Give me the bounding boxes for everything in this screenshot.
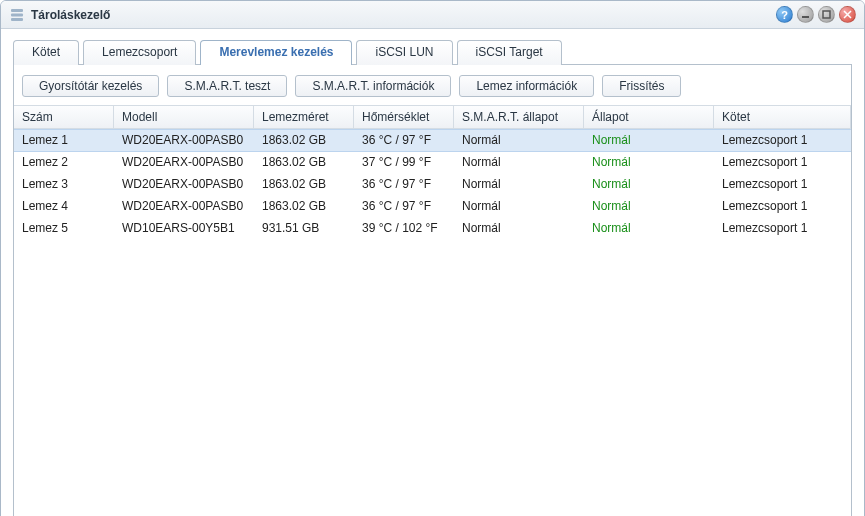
cell-num: Lemez 3 [14,174,114,195]
cell-volume: Lemezcsoport 1 [714,152,851,173]
col-header-smart[interactable]: S.M.A.R.T. állapot [454,106,584,128]
col-header-model[interactable]: Modell [114,106,254,128]
svg-rect-2 [11,18,23,21]
help-button[interactable]: ? [776,6,793,23]
toolbar: Gyorsítótár kezelés S.M.A.R.T. teszt S.M… [14,65,851,105]
table-row[interactable]: Lemez 5WD10EARS-00Y5B1931.51 GB39 °C / 1… [14,218,851,240]
smart-info-button[interactable]: S.M.A.R.T. információk [295,75,451,97]
cell-model: WD10EARS-00Y5B1 [114,218,254,239]
maximize-button[interactable] [818,6,835,23]
col-header-num[interactable]: Szám [14,106,114,128]
col-header-size[interactable]: Lemezméret [254,106,354,128]
cell-model: WD20EARX-00PASB0 [114,130,254,151]
col-header-volume[interactable]: Kötet [714,106,851,128]
svg-rect-3 [802,16,809,18]
cell-smart: Normál [454,174,584,195]
cell-temp: 36 °C / 97 °F [354,196,454,217]
cell-size: 1863.02 GB [254,152,354,173]
cell-size: 931.51 GB [254,218,354,239]
table-row[interactable]: Lemez 3WD20EARX-00PASB01863.02 GB36 °C /… [14,174,851,196]
cell-smart: Normál [454,130,584,151]
titlebar[interactable]: Tároláskezelő ? [1,1,864,29]
cell-temp: 37 °C / 99 °F [354,152,454,173]
cell-volume: Lemezcsoport 1 [714,130,851,151]
cell-status: Normál [584,196,714,217]
cache-management-button[interactable]: Gyorsítótár kezelés [22,75,159,97]
window-body: KötetLemezcsoportMerevlemez kezelésiSCSI… [1,29,864,516]
disk-info-button[interactable]: Lemez információk [459,75,594,97]
tab-panel: Gyorsítótár kezelés S.M.A.R.T. teszt S.M… [13,64,852,516]
cell-num: Lemez 5 [14,218,114,239]
smart-test-button[interactable]: S.M.A.R.T. teszt [167,75,287,97]
cell-volume: Lemezcsoport 1 [714,196,851,217]
refresh-button[interactable]: Frissítés [602,75,681,97]
tab-iscsi-target[interactable]: iSCSI Target [457,40,562,65]
minimize-button[interactable] [797,6,814,23]
cell-size: 1863.02 GB [254,174,354,195]
grid-header: Szám Modell Lemezméret Hőmérséklet S.M.A… [14,106,851,129]
col-header-status[interactable]: Állapot [584,106,714,128]
cell-size: 1863.02 GB [254,196,354,217]
cell-num: Lemez 4 [14,196,114,217]
window-title: Tároláskezelő [31,8,772,22]
cell-status: Normál [584,152,714,173]
cell-size: 1863.02 GB [254,130,354,151]
cell-smart: Normál [454,152,584,173]
cell-status: Normál [584,130,714,151]
storage-manager-window: Tároláskezelő ? KötetLemezcsoportMerevle… [0,0,865,516]
app-icon [9,7,25,23]
cell-volume: Lemezcsoport 1 [714,218,851,239]
tab-iscsi-lun[interactable]: iSCSI LUN [356,40,452,65]
cell-temp: 36 °C / 97 °F [354,130,454,151]
cell-model: WD20EARX-00PASB0 [114,174,254,195]
cell-num: Lemez 2 [14,152,114,173]
col-header-temp[interactable]: Hőmérséklet [354,106,454,128]
table-row[interactable]: Lemez 2WD20EARX-00PASB01863.02 GB37 °C /… [14,152,851,174]
cell-temp: 36 °C / 97 °F [354,174,454,195]
cell-model: WD20EARX-00PASB0 [114,152,254,173]
tabstrip: KötetLemezcsoportMerevlemez kezelésiSCSI… [13,39,852,64]
cell-smart: Normál [454,218,584,239]
cell-model: WD20EARX-00PASB0 [114,196,254,217]
svg-rect-0 [11,9,23,12]
tab-lemezcsoport[interactable]: Lemezcsoport [83,40,196,65]
cell-status: Normál [584,218,714,239]
tab-merevlemez-kezel-s[interactable]: Merevlemez kezelés [200,40,352,65]
svg-rect-1 [11,13,23,16]
tab-k-tet[interactable]: Kötet [13,40,79,65]
cell-num: Lemez 1 [14,130,114,151]
cell-temp: 39 °C / 102 °F [354,218,454,239]
cell-volume: Lemezcsoport 1 [714,174,851,195]
table-row[interactable]: Lemez 4WD20EARX-00PASB01863.02 GB36 °C /… [14,196,851,218]
svg-rect-4 [823,11,830,18]
cell-status: Normál [584,174,714,195]
disk-grid: Szám Modell Lemezméret Hőmérséklet S.M.A… [14,105,851,240]
close-button[interactable] [839,6,856,23]
grid-body: Lemez 1WD20EARX-00PASB01863.02 GB36 °C /… [14,129,851,240]
table-row[interactable]: Lemez 1WD20EARX-00PASB01863.02 GB36 °C /… [14,129,851,152]
cell-smart: Normál [454,196,584,217]
